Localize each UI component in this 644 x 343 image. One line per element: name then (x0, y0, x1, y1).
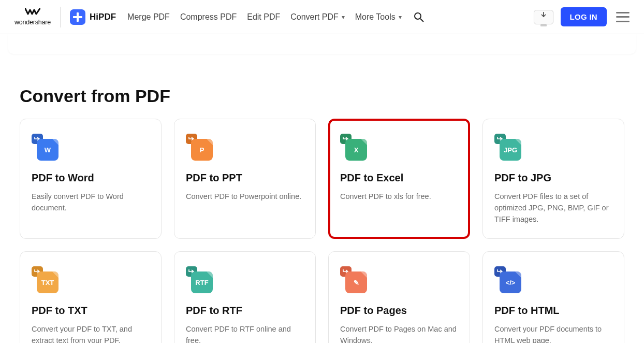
hamburger-menu-icon (616, 12, 630, 13)
nav-compress-label: Compress PDF (180, 12, 237, 22)
tool-card-description: Convert PDF to Pages on Mac and Windows. (340, 324, 458, 343)
pdf-to-word-icon: W (32, 134, 58, 161)
desktop-download-button[interactable] (534, 10, 553, 24)
top-navigation: wondershare HiPDF Merge PDF Compress PDF… (0, 0, 644, 34)
tool-card-description: Convert PDF to RTF online and free. (186, 324, 304, 343)
tool-card-title: PDF to JPG (494, 172, 612, 184)
tool-card-title: PDF to Word (32, 172, 150, 184)
tool-card-title: PDF to PPT (186, 172, 304, 184)
section-title: Convert from PDF (8, 70, 636, 119)
tool-card-jpg[interactable]: JPGPDF to JPGConvert PDF files to a set … (482, 119, 624, 239)
tool-card-title: PDF to Excel (340, 172, 458, 184)
login-button[interactable]: LOG IN (561, 7, 607, 26)
nav-more-label: More Tools (355, 12, 396, 22)
format-badge: ✎ (345, 271, 367, 293)
nav-merge-label: Merge PDF (127, 12, 170, 22)
format-badge: P (191, 139, 213, 161)
pdf-to-pages-icon: ✎ (340, 266, 367, 293)
pdf-to-rtf-icon: RTF (186, 266, 213, 293)
hipdf-logo[interactable]: HiPDF (70, 9, 116, 25)
nav-more-tools[interactable]: More Tools ▾ (355, 12, 402, 22)
tool-card-description: Convert PDF to Powerpoint online. (186, 191, 304, 203)
tools-grid: WPDF to WordEasily convert PDF to Word d… (8, 119, 636, 343)
tool-card-rtf[interactable]: RTFPDF to RTFConvert PDF to RTF online a… (174, 251, 316, 343)
nav-convert-label: Convert PDF (290, 12, 338, 22)
tool-card-html[interactable]: </>PDF to HTMLConvert your PDF documents… (482, 251, 624, 343)
primary-nav: Merge PDF Compress PDF Edit PDF Convert … (127, 10, 533, 24)
pdf-to-txt-icon: TXT (32, 266, 58, 293)
tool-card-title: PDF to RTF (186, 305, 304, 317)
tool-card-excel[interactable]: XPDF to ExcelConvert PDF to xls for free… (328, 119, 470, 239)
nav-convert-pdf[interactable]: Convert PDF ▾ (290, 12, 344, 22)
download-icon (540, 11, 547, 19)
search-icon (414, 12, 424, 22)
format-badge: X (345, 139, 367, 161)
nav-edit-pdf[interactable]: Edit PDF (247, 12, 280, 22)
nav-merge-pdf[interactable]: Merge PDF (127, 12, 170, 22)
tool-card-title: PDF to TXT (32, 305, 150, 317)
svg-rect-1 (73, 16, 82, 18)
svg-point-2 (415, 13, 421, 19)
tool-card-description: Convert your PDF documents to HTML web p… (494, 324, 612, 343)
tool-card-description: Easily convert PDF to Word document. (32, 191, 150, 214)
pdf-to-html-icon: </> (494, 266, 521, 293)
convert-from-pdf-section: Convert from PDF WPDF to WordEasily conv… (8, 70, 636, 343)
tool-card-description: Convert PDF files to a set of optimized … (494, 191, 612, 225)
format-badge: RTF (191, 271, 213, 293)
pdf-to-jpg-icon: JPG (494, 134, 521, 161)
nav-compress-pdf[interactable]: Compress PDF (180, 12, 237, 22)
search-button[interactable] (412, 10, 426, 24)
chevron-down-icon: ▾ (342, 13, 345, 21)
svg-line-3 (420, 19, 423, 22)
tool-card-word[interactable]: WPDF to WordEasily convert PDF to Word d… (20, 119, 162, 239)
tool-card-title: PDF to HTML (494, 305, 612, 317)
format-badge: </> (500, 271, 521, 293)
hipdf-logo-icon (70, 9, 85, 25)
tool-card-description: Convert PDF to xls for free. (340, 191, 458, 203)
format-badge: JPG (500, 139, 521, 161)
login-label: LOG IN (570, 12, 597, 21)
format-badge: W (37, 139, 58, 161)
tool-card-txt[interactable]: TXTPDF to TXTConvert your PDF to TXT, an… (20, 251, 162, 343)
previous-section-tail (8, 34, 636, 54)
hipdf-text: HiPDF (90, 12, 116, 22)
tool-card-ppt[interactable]: PPDF to PPTConvert PDF to Powerpoint onl… (174, 119, 316, 239)
pdf-to-excel-icon: X (340, 134, 367, 161)
header-right: LOG IN (534, 7, 630, 26)
nav-edit-label: Edit PDF (247, 12, 280, 22)
wondershare-logo-icon (25, 8, 40, 18)
tool-card-title: PDF to Pages (340, 305, 458, 317)
tool-card-description: Convert your PDF to TXT, and extract tex… (32, 324, 150, 343)
tool-card-pages[interactable]: ✎PDF to PagesConvert PDF to Pages on Mac… (328, 251, 470, 343)
wondershare-logo[interactable]: wondershare (14, 7, 61, 27)
hamburger-menu-button[interactable] (616, 12, 630, 22)
wondershare-text: wondershare (14, 19, 51, 26)
format-badge: TXT (37, 271, 58, 293)
chevron-down-icon: ▾ (399, 13, 402, 21)
pdf-to-ppt-icon: P (186, 134, 213, 161)
